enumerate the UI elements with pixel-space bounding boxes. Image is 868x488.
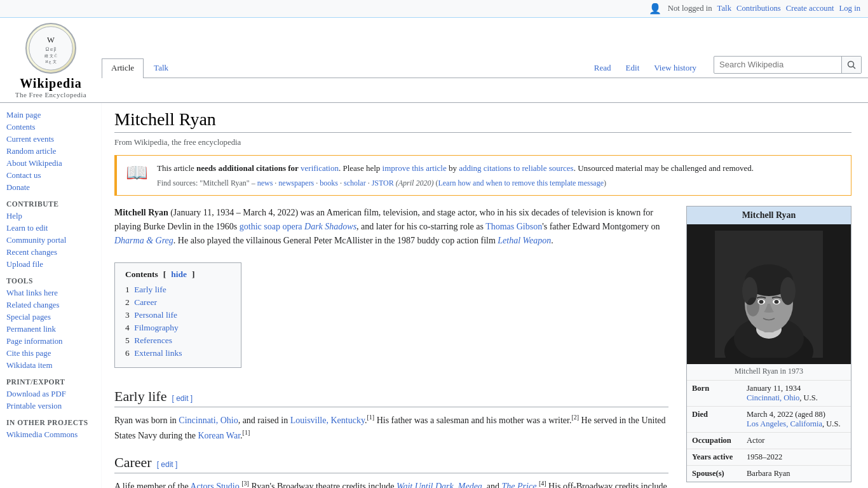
source-scholar-link[interactable]: scholar: [344, 179, 366, 187]
contents-item-4: 4 Filmography: [125, 322, 231, 334]
action-tabs: Read Edit View history: [587, 58, 709, 78]
talk-link[interactable]: Talk: [717, 4, 731, 13]
search-input[interactable]: [714, 57, 841, 72]
the-price-link[interactable]: The Price: [502, 481, 537, 488]
section-title-career: Career: [114, 454, 152, 471]
sidebar-item-wikidata[interactable]: Wikidata item: [6, 361, 52, 370]
citation-icon: 📖: [126, 162, 148, 183]
page-title: Mitchell Ryan: [114, 109, 851, 133]
medea-link[interactable]: Medea: [458, 481, 482, 488]
tab-article[interactable]: Article: [102, 58, 144, 78]
sidebar-item-page-info[interactable]: Page information: [6, 337, 63, 346]
wait-until-dark-link[interactable]: Wait Until Dark: [397, 481, 454, 488]
contents-item-3: 3 Personal life: [125, 309, 231, 322]
sidebar-item-special-pages[interactable]: Special pages: [6, 313, 51, 322]
infobox-photo: [687, 224, 851, 364]
infobox-title: Mitchell Ryan: [687, 207, 851, 224]
dharma-greg-link[interactable]: Dharma & Greg: [114, 236, 173, 245]
learn-remove-link[interactable]: Learn how and when to remove this templa…: [438, 179, 604, 187]
dharma-greg-title: Dharma & Greg: [114, 236, 173, 245]
cincinnati-link[interactable]: Cincinnati, Ohio: [179, 415, 238, 424]
career-paragraph-1: A life member of the Actors Studio,[3] R…: [114, 478, 668, 488]
source-books-link[interactable]: books: [320, 179, 338, 187]
sidebar-item-what-links-here[interactable]: What links here: [6, 288, 58, 297]
sidebar-item-donate[interactable]: Donate: [6, 183, 30, 192]
contents-link-early-life[interactable]: Early life: [134, 285, 166, 294]
medea-title: Medea: [458, 481, 482, 488]
improve-article-link[interactable]: improve this article: [383, 163, 447, 173]
site-title[interactable]: Wikipedia: [20, 76, 82, 91]
infobox-row-years-active: Years active 1958–2022: [687, 449, 851, 465]
source-jstor-link[interactable]: JSTOR: [372, 179, 394, 187]
search-button[interactable]: [841, 57, 861, 73]
sidebar-item-community[interactable]: Community portal: [6, 236, 66, 245]
sidebar-item-about[interactable]: About Wikipedia: [6, 159, 62, 168]
edit-career-link[interactable]: edit: [161, 460, 173, 469]
tab-talk[interactable]: Talk: [144, 58, 178, 78]
sidebar-item-wikimedia-commons[interactable]: Wikimedia Commons: [6, 430, 78, 439]
korean-war-link[interactable]: Korean War: [198, 430, 240, 440]
contents-link-personal-life[interactable]: Personal life: [134, 310, 177, 320]
sidebar-tools-title: Tools: [6, 277, 101, 285]
actors-studio-link[interactable]: Actors Studio: [190, 481, 239, 488]
wikipedia-logo[interactable]: W Ω α β 維 文 Č И ع 文: [25, 23, 76, 74]
adding-citations-link[interactable]: adding citations to reliable sources: [459, 163, 574, 173]
contents-hide-link[interactable]: hide: [171, 269, 187, 280]
thomas-gibson-link[interactable]: Thomas Gibson: [485, 222, 542, 231]
sidebar-item-help[interactable]: Help: [6, 212, 22, 220]
contents-link-external[interactable]: External links: [134, 348, 182, 358]
infobox-row-born: Born January 11, 1934 Cincinnati, Ohio, …: [687, 380, 851, 406]
infobox-value-died: March 4, 2022 (aged 88) Los Angeles, Cal…: [744, 407, 851, 432]
action-read[interactable]: Read: [587, 58, 618, 78]
intro-paragraph: Mitchell Ryan (January 11, 1934 – March …: [114, 206, 668, 248]
ref-1: [1]: [367, 414, 374, 421]
sidebar-item-main-page[interactable]: Main page: [6, 111, 41, 119]
sidebar-item-learn-to-edit[interactable]: Learn to edit: [6, 224, 48, 233]
action-view-history[interactable]: View history: [647, 58, 703, 78]
contents-item-6: 6 External links: [125, 347, 231, 360]
edit-early-life-link[interactable]: edit: [176, 394, 188, 403]
svg-point-20: [775, 300, 779, 304]
infobox-row-occupation: Occupation Actor: [687, 432, 851, 449]
wait-until-dark-title: Wait Until Dark: [397, 481, 454, 488]
citation-sources: Find sources: "Mitchell Ryan" – news · n…: [157, 177, 754, 189]
infobox: Mitchell Ryan: [686, 206, 851, 482]
contents-num-2: 2: [125, 297, 130, 307]
sidebar-item-contact[interactable]: Contact us: [6, 171, 41, 180]
source-newspapers-link[interactable]: newspapers: [278, 179, 314, 187]
dark-shadows-link[interactable]: Dark Shadows: [304, 222, 356, 231]
infobox-label-years-active: Years active: [687, 449, 744, 465]
sidebar-item-contents[interactable]: Contents: [6, 123, 36, 132]
sidebar-item-upload-file[interactable]: Upload file: [6, 260, 43, 269]
create-account-link[interactable]: Create account: [786, 4, 834, 13]
gothic-soap-opera-link[interactable]: gothic soap opera: [240, 222, 302, 231]
sidebar-item-recent-changes[interactable]: Recent changes: [6, 248, 57, 257]
sidebar-item-current-events[interactable]: Current events: [6, 135, 54, 144]
born-place-link[interactable]: Cincinnati, Ohio: [747, 393, 799, 402]
sidebar-item-related-changes[interactable]: Related changes: [6, 301, 60, 309]
sidebar-item-printable[interactable]: Printable version: [6, 402, 62, 410]
louisville-link[interactable]: Louisville, Kentucky: [290, 415, 365, 424]
search-form[interactable]: [714, 56, 862, 74]
contents-num-6: 6: [125, 348, 130, 358]
contents-link-references[interactable]: References: [134, 336, 172, 345]
lethal-weapon-link[interactable]: Lethal Weapon: [498, 236, 551, 245]
contents-link-career[interactable]: Career: [134, 297, 157, 307]
contributions-link[interactable]: Contributions: [736, 4, 781, 13]
contents-num-4: 4: [125, 323, 130, 332]
sidebar-item-download-pdf[interactable]: Download as PDF: [6, 390, 66, 398]
citation-date: (April 2020): [396, 179, 434, 187]
sidebar-item-random-article[interactable]: Random article: [6, 147, 57, 156]
contents-bracket-open: [: [163, 269, 166, 280]
died-place-link[interactable]: Los Angeles, California: [747, 419, 822, 428]
citation-verification-link[interactable]: verification: [301, 163, 339, 173]
sidebar-other-projects-title: In other projects: [6, 419, 101, 426]
source-news-link[interactable]: news: [257, 179, 273, 187]
sidebar-item-cite-page[interactable]: Cite this page: [6, 349, 51, 358]
contents-link-filmography[interactable]: Filmography: [134, 323, 179, 332]
log-in-link[interactable]: Log in: [839, 4, 860, 13]
svg-text:W: W: [47, 36, 55, 44]
sidebar-item-permanent-link[interactable]: Permanent link: [6, 325, 56, 334]
sidebar-tools-nav: What links here Related changes Special …: [6, 287, 101, 372]
action-edit[interactable]: Edit: [619, 58, 647, 78]
